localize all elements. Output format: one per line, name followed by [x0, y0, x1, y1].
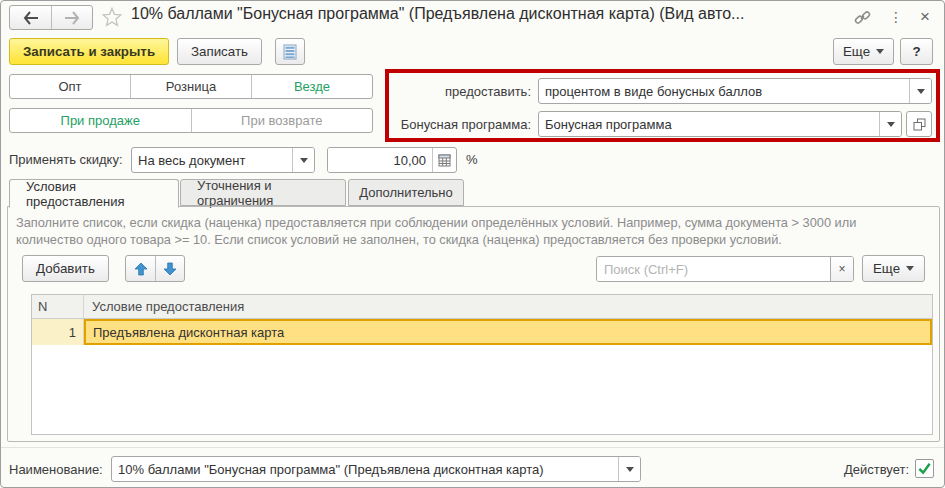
move-up-button[interactable] — [126, 256, 155, 281]
move-down-button[interactable] — [155, 256, 184, 281]
apply-discount-label: Применять скидку: — [9, 152, 123, 167]
search-input[interactable] — [597, 257, 830, 281]
open-in-window-icon — [913, 118, 926, 131]
scope-option-vezde-selected[interactable]: Везде — [251, 75, 372, 98]
moment-toggle: При продаже При возврате — [9, 108, 373, 133]
discount-percent-field[interactable] — [327, 147, 457, 173]
form-more-button[interactable]: Еще — [833, 38, 894, 65]
reorder-buttons-group — [125, 255, 185, 282]
page-title: 10% баллами "Бонусная программа" (Предъя… — [131, 5, 846, 23]
footer-separator — [1, 447, 944, 448]
bonus-program-label: Бонусная программа: — [393, 117, 531, 132]
table-row[interactable]: 1 Предъявлена дисконтная карта — [32, 319, 932, 345]
conditions-tab-panel: Заполните список, если скидка (наценка) … — [7, 206, 940, 442]
chevron-down-icon — [300, 158, 308, 163]
calculator-button[interactable] — [432, 148, 456, 172]
search-clear-button[interactable]: × — [830, 257, 853, 281]
tab-clarifications[interactable]: Уточнения и ограничения — [180, 179, 346, 206]
bonus-program-combobox[interactable] — [538, 111, 902, 137]
forward-button[interactable] — [51, 6, 92, 29]
column-header-n: N — [32, 295, 84, 318]
save-and-close-button[interactable]: Записать и закрыть — [9, 38, 169, 65]
apply-discount-value-input[interactable] — [132, 148, 292, 172]
search-field-group: × — [596, 256, 854, 282]
add-condition-button[interactable]: Добавить — [22, 255, 109, 282]
bonus-program-value-input[interactable] — [539, 112, 879, 136]
tab-conditions[interactable]: Условия предоставления — [9, 179, 179, 208]
name-value-input[interactable] — [112, 457, 618, 481]
scope-option-roznitsa[interactable]: Розница — [130, 75, 251, 98]
row-number-cell: 1 — [32, 319, 84, 345]
name-label: Наименование: — [9, 462, 103, 477]
arrow-right-icon — [64, 11, 80, 25]
table-header-row: N Условие предоставления — [32, 295, 932, 319]
scope-option-opt[interactable]: Опт — [10, 75, 130, 98]
nav-history-group — [9, 5, 93, 30]
arrow-down-icon — [163, 262, 177, 276]
get-link-icon[interactable] — [853, 8, 871, 26]
provide-value-input[interactable] — [539, 79, 909, 103]
percent-sign-label: % — [466, 152, 478, 167]
register-records-button[interactable] — [275, 38, 305, 65]
highlight-frame: предоставить: Бонусная программа: — [385, 69, 940, 142]
close-icon[interactable]: × — [916, 8, 934, 26]
bonus-program-dropdown-button[interactable] — [879, 112, 901, 136]
tab-additional[interactable]: Дополнительно — [348, 179, 464, 206]
apply-discount-combobox[interactable] — [131, 147, 315, 173]
chevron-down-icon — [876, 49, 884, 54]
window-menu-kebab-icon[interactable]: ⋮ — [887, 8, 905, 26]
back-button[interactable] — [10, 6, 51, 29]
chevron-down-icon — [906, 266, 914, 271]
chevron-down-icon — [887, 122, 895, 127]
active-label: Действует: — [844, 462, 909, 477]
bonus-program-field-row: Бонусная программа: — [393, 111, 932, 137]
moment-option-sale-selected[interactable]: При продаже — [10, 109, 191, 132]
column-header-condition: Условие предоставления — [84, 295, 932, 318]
apply-discount-dropdown-button[interactable] — [292, 148, 314, 172]
provide-combobox[interactable] — [538, 78, 932, 104]
checkmark-icon — [917, 461, 932, 476]
provide-dropdown-button[interactable] — [909, 79, 931, 103]
condition-cell-selected[interactable]: Предъявлена дисконтная карта — [84, 319, 932, 345]
name-combobox[interactable] — [111, 456, 641, 482]
register-list-icon — [283, 44, 297, 60]
favorite-star-icon[interactable] — [101, 6, 123, 28]
bonus-program-open-button[interactable] — [906, 111, 932, 137]
chevron-down-icon — [917, 89, 925, 94]
name-dropdown-button[interactable] — [618, 457, 640, 481]
provide-field-row: предоставить: — [393, 78, 932, 104]
chevron-down-icon — [626, 467, 634, 472]
arrow-left-icon — [23, 11, 39, 25]
conditions-table: N Условие предоставления 1 Предъявлена д… — [31, 294, 933, 435]
discount-card-form-window: 10% баллами "Бонусная программа" (Предъя… — [0, 0, 945, 488]
conditions-hint-text: Заполните список, если скидка (наценка) … — [16, 214, 884, 248]
calculator-icon — [438, 154, 451, 167]
arrow-up-icon — [134, 262, 148, 276]
save-button[interactable]: Записать — [177, 38, 262, 65]
list-more-button[interactable]: Еще — [862, 255, 925, 282]
scope-toggle: Опт Розница Везде — [9, 74, 373, 99]
active-checkbox-checked[interactable] — [915, 459, 934, 478]
help-button[interactable]: ? — [900, 38, 933, 65]
provide-label: предоставить: — [393, 84, 531, 99]
title-bar: 10% баллами "Бонусная программа" (Предъя… — [1, 1, 944, 32]
moment-option-return[interactable]: При возврате — [191, 109, 373, 132]
discount-percent-input[interactable] — [328, 148, 432, 172]
